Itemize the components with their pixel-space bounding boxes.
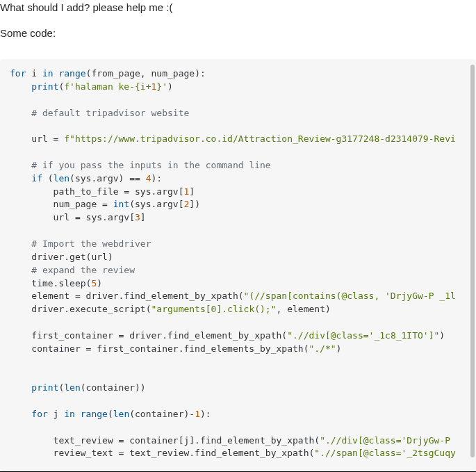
code-token xyxy=(10,108,31,118)
code-token: time.sleep( xyxy=(10,278,91,288)
code-token: 1 xyxy=(195,409,200,419)
code-token: # default tripadvisor website xyxy=(31,108,189,118)
code-token xyxy=(10,160,31,170)
code-token: num_page = xyxy=(10,199,113,209)
code-token: ] xyxy=(140,212,146,222)
code-token: , element) xyxy=(277,304,331,314)
code-token: (container)) xyxy=(81,382,146,393)
code-token: (container)- xyxy=(129,409,195,419)
code-token: len xyxy=(64,382,80,393)
code-token: ( xyxy=(42,173,54,184)
post-some-code-text: Some code: xyxy=(0,26,476,42)
code-block[interactable]: for i in range(from_page, num_page): pri… xyxy=(0,59,476,471)
code-token: range xyxy=(58,68,85,79)
code-token: review_text = text_review.find_element_b… xyxy=(10,448,314,458)
code-token: range xyxy=(81,409,108,419)
code-container: for i in range(from_page, num_page): pri… xyxy=(0,59,476,471)
code-token: if xyxy=(31,173,42,184)
code-token: "(//span[contains(@class, 'DrjyGw-P _1l xyxy=(244,291,456,301)
code-token: for xyxy=(10,68,26,79)
code-token: first_container = driver.find_element_by… xyxy=(10,330,287,341)
code-scrollbar-vertical[interactable] xyxy=(470,65,475,457)
code-token: 4 xyxy=(146,173,151,184)
code-token: url = sys.argv[ xyxy=(10,212,135,222)
code-token xyxy=(10,238,31,249)
code-token: print xyxy=(31,81,58,92)
code-token: ".//div[@class='DrjyGw-P xyxy=(320,435,456,446)
code-token: path_to_file = sys.argv[ xyxy=(10,186,183,197)
code-token: ) xyxy=(439,330,445,341)
code-token: ".//span[@class='_2tsgCuqy xyxy=(314,448,456,458)
code-token: # Import the webdriver xyxy=(31,238,151,249)
code-token: # if you pass the inputs in the command … xyxy=(31,160,270,170)
code-token: (sys.argv) == xyxy=(69,173,146,184)
post-question-text: What should I add? please help me :( xyxy=(0,0,476,16)
code-token: (from_page, num_page): xyxy=(86,68,206,79)
code-token: ) xyxy=(167,81,173,92)
code-token: f"https://www.tripadvisor.co.id/Attracti… xyxy=(64,133,456,144)
code-token xyxy=(10,382,31,393)
code-token: for xyxy=(31,409,47,419)
code-token: ): xyxy=(151,173,163,184)
code-token: driver.get(url) xyxy=(10,252,113,262)
code-token: print xyxy=(31,382,58,393)
code-token: ): xyxy=(200,409,211,419)
code-token: url = xyxy=(10,133,64,144)
code-token: "arguments[0].click();" xyxy=(151,304,277,314)
post-body: What should I add? please help me :( Som… xyxy=(0,0,476,56)
code-token: i xyxy=(26,68,42,79)
code-token xyxy=(10,409,31,419)
code-token: element = driver.find_element_by_xpath( xyxy=(10,291,244,301)
code-token: # expand the review xyxy=(31,265,135,275)
code-token: ".//div[@class='_1c8_1ITO']" xyxy=(287,330,439,341)
code-token: driver.execute_script( xyxy=(10,304,151,314)
code-token: in xyxy=(64,409,75,419)
code-token: ]) xyxy=(189,199,200,209)
code-token xyxy=(75,409,81,419)
code-token: int xyxy=(113,199,129,209)
code-token xyxy=(10,81,31,92)
code-token: ) xyxy=(336,343,342,354)
code-token: ) xyxy=(97,278,102,288)
code-token: (sys.argv[ xyxy=(129,199,183,209)
code-token: "./*" xyxy=(309,343,336,354)
code-token: container = first_container.find_element… xyxy=(10,343,309,354)
code-token xyxy=(10,173,31,184)
code-token: f'halaman ke-{i+ xyxy=(64,81,151,92)
code-token xyxy=(10,265,31,275)
code-token: j xyxy=(48,409,64,419)
code-token: 3 xyxy=(135,212,140,222)
code-token: }' xyxy=(156,81,167,92)
code-token: in xyxy=(42,68,54,79)
code-token: len xyxy=(54,173,69,184)
code-token: text_review = container[j].find_element_… xyxy=(10,435,320,446)
code-token: ] xyxy=(189,186,195,197)
code-token: ( xyxy=(108,409,113,419)
code-token: len xyxy=(113,409,129,419)
